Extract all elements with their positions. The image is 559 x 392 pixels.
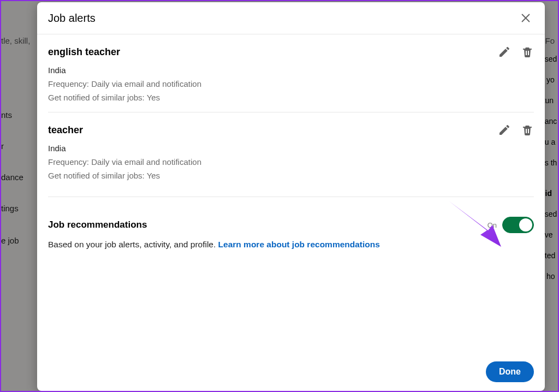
toggle-state-label: On (487, 221, 497, 229)
toggle-knob (519, 218, 532, 231)
alert-location: India (48, 144, 534, 153)
edit-alert-button[interactable] (498, 45, 511, 58)
alert-title: english teacher (48, 46, 120, 58)
job-alert-item: teacher India Frequency: Daily via em (48, 112, 534, 190)
done-button[interactable]: Done (486, 361, 534, 382)
modal-title: Job alerts (48, 12, 96, 25)
modal-footer: Done (37, 355, 545, 391)
delete-alert-button[interactable] (521, 45, 534, 58)
trash-icon (521, 45, 534, 58)
recommendations-subtitle-text: Based on your job alerts, activity, and … (48, 240, 218, 249)
close-button[interactable] (518, 10, 534, 26)
recommendations-toggle[interactable] (502, 217, 534, 233)
job-recommendations-section: Job recommendations On Based on your job… (48, 197, 534, 250)
modal-header: Job alerts (37, 2, 545, 34)
recommendations-title: Job recommendations (48, 219, 147, 230)
alert-similar-jobs: Get notified of similar jobs: Yes (48, 93, 534, 102)
modal-body: english teacher India Frequency: Dail (37, 34, 545, 355)
pencil-icon (498, 45, 511, 58)
job-alerts-modal: Job alerts english teacher (37, 2, 545, 391)
close-icon (520, 12, 532, 24)
alert-location: India (48, 66, 534, 75)
alert-similar-jobs: Get notified of similar jobs: Yes (48, 171, 534, 180)
alert-frequency: Frequency: Daily via email and notificat… (48, 79, 534, 88)
edit-alert-button[interactable] (498, 123, 511, 136)
alert-frequency: Frequency: Daily via email and notificat… (48, 157, 534, 167)
trash-icon (521, 123, 534, 136)
alert-title: teacher (48, 124, 83, 136)
pencil-icon (498, 123, 511, 136)
learn-more-link[interactable]: Learn more about job recommendations (218, 240, 380, 249)
job-alert-item: english teacher India Frequency: Dail (48, 34, 534, 112)
recommendations-subtitle: Based on your job alerts, activity, and … (48, 240, 534, 250)
delete-alert-button[interactable] (521, 123, 534, 136)
